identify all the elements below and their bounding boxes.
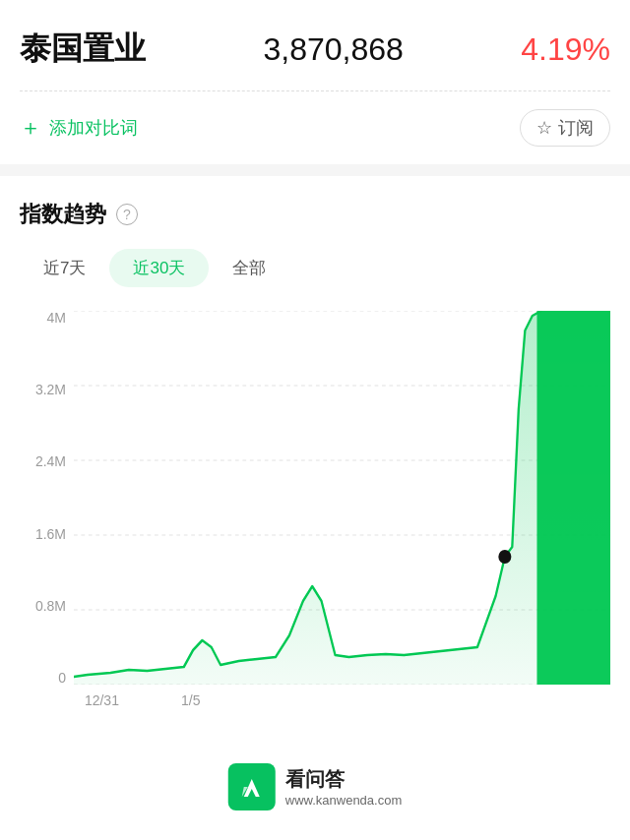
y-label-24m: 2.4M (20, 454, 74, 468)
section-bg: 指数趋势 ? 近7天 近30天 全部 4M 3.2M 2.4M 1.6M 0.8… (0, 164, 630, 724)
x-label-1231: 12/31 (85, 692, 119, 708)
subscribe-label: 订阅 (558, 116, 594, 140)
section-title-row: 指数趋势 ? (20, 200, 610, 229)
chart-dot (498, 550, 511, 564)
x-axis: 12/31 1/5 (74, 685, 610, 724)
stock-title: 泰国置业 (20, 28, 146, 71)
help-icon[interactable]: ? (116, 204, 138, 225)
watermark: 看问答 www.kanwenda.com (228, 763, 403, 810)
add-compare-button[interactable]: ＋ 添加对比词 (20, 113, 138, 143)
chart-drawing-area (74, 311, 610, 685)
star-icon: ☆ (536, 117, 552, 139)
chart-section: 指数趋势 ? 近7天 近30天 全部 4M 3.2M 2.4M 1.6M 0.8… (0, 176, 630, 724)
watermark-main-text: 看问答 (285, 766, 403, 793)
tab-30days[interactable]: 近30天 (109, 249, 209, 287)
y-axis: 4M 3.2M 2.4M 1.6M 0.8M 0 (20, 311, 74, 685)
chart-svg (74, 311, 610, 685)
watermark-text-block: 看问答 www.kanwenda.com (285, 766, 403, 808)
chart-title: 指数趋势 (20, 200, 106, 229)
y-label-32m: 3.2M (20, 383, 74, 396)
chart-container: 4M 3.2M 2.4M 1.6M 0.8M 0 (20, 311, 610, 724)
add-compare-label: 添加对比词 (49, 116, 138, 140)
y-label-16m: 1.6M (20, 527, 74, 541)
tab-7days[interactable]: 近7天 (20, 249, 109, 287)
x-label-15: 1/5 (181, 692, 200, 708)
subscribe-button[interactable]: ☆ 订阅 (520, 109, 610, 147)
time-tabs: 近7天 近30天 全部 (20, 249, 610, 287)
kanwenda-icon (236, 771, 268, 803)
header: 泰国置业 3,870,868 4.19% (0, 0, 630, 90)
index-percent: 4.19% (521, 31, 610, 68)
svg-rect-7 (536, 311, 610, 685)
tab-all[interactable]: 全部 (209, 249, 289, 287)
watermark-sub-text: www.kanwenda.com (285, 793, 403, 808)
plus-icon: ＋ (20, 113, 41, 143)
watermark-logo (228, 763, 276, 810)
y-label-0: 0 (20, 671, 74, 685)
y-label-4m: 4M (20, 311, 74, 325)
action-bar: ＋ 添加对比词 ☆ 订阅 (0, 91, 630, 164)
index-number: 3,870,868 (165, 31, 501, 68)
y-label-08m: 0.8M (20, 599, 74, 613)
